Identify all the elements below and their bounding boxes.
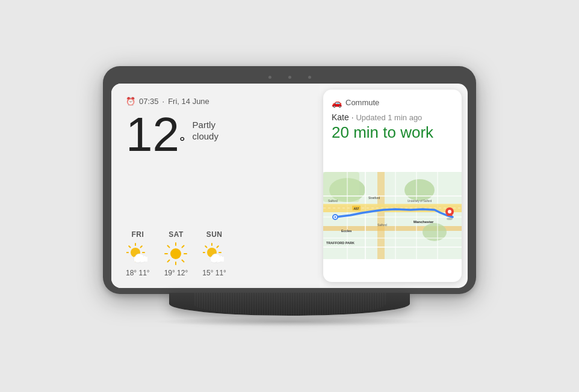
commute-header: 🚗 Commute — [332, 98, 453, 108]
sensor-bar — [111, 75, 468, 80]
svg-text:Salford: Salford — [328, 199, 338, 203]
svg-text:TRAFFORD PARK: TRAFFORD PARK — [326, 241, 355, 245]
svg-text:University of Salford: University of Salford — [407, 200, 432, 203]
temperature-display: 12° — [126, 111, 185, 159]
temp-value: 12 — [126, 108, 179, 161]
current-weather: 12° Partlycloudy — [126, 111, 305, 159]
svg-rect-37 — [323, 172, 359, 202]
forecast-sun: SUN — [202, 230, 226, 277]
weather-panel: ⏰ 07:35 · Fri, 14 June 12° Partlycloudy — [111, 84, 320, 288]
svg-line-19 — [182, 245, 184, 247]
date-separator: · — [163, 97, 165, 106]
device-stand — [169, 293, 410, 316]
forecast-sun-temps: 15° 11° — [202, 269, 226, 277]
commute-map: Salford Eccles Salford Stretford TRAFFOR… — [323, 149, 462, 282]
forecast-sat: SAT 19° 12° — [164, 230, 188, 277]
weather-description: Partlycloudy — [193, 119, 218, 142]
svg-rect-11 — [134, 257, 147, 262]
sensor-dot-2 — [288, 76, 291, 79]
forecast-fri-label: FRI — [131, 230, 144, 239]
device-screen: ⏰ 07:35 · Fri, 14 June 12° Partlycloudy — [111, 84, 468, 288]
svg-point-61 — [335, 216, 336, 218]
date-display: Fri, 14 June — [168, 97, 209, 106]
forecast-sun-icon — [203, 242, 226, 265]
commute-user-info: Kate · Updated 1 min ago — [332, 112, 453, 122]
time-display: 07:35 — [139, 97, 159, 106]
svg-point-62 — [447, 218, 453, 220]
forecast-fri-icon — [126, 242, 149, 265]
svg-point-36 — [404, 179, 435, 201]
commute-duration-display: 20 min to work — [332, 123, 453, 142]
svg-line-18 — [182, 260, 184, 262]
stand-shadow — [151, 317, 428, 326]
svg-line-25 — [205, 246, 206, 247]
commute-updated: Updated 1 min ago — [356, 113, 422, 122]
forecast-sat-temps: 19° 12° — [164, 269, 188, 277]
svg-text:Eccles: Eccles — [341, 229, 351, 233]
svg-line-26 — [217, 246, 218, 247]
svg-rect-30 — [211, 257, 224, 262]
svg-text:Salford: Salford — [377, 223, 387, 227]
svg-point-65 — [448, 210, 451, 213]
degree-symbol: ° — [179, 133, 185, 150]
forecast: FRI — [126, 230, 305, 277]
svg-line-7 — [140, 246, 141, 247]
scene: ⏰ 07:35 · Fri, 14 June 12° Partlycloudy — [103, 66, 476, 326]
commute-panel: 🚗 Commute Kate · Updated 1 min ago 20 mi… — [323, 90, 462, 282]
car-icon: 🚗 — [332, 98, 342, 108]
svg-text:Stretford: Stretford — [368, 196, 380, 200]
forecast-sat-icon — [164, 242, 187, 265]
commute-title: Commute — [345, 98, 379, 107]
sensor-dot-3 — [308, 76, 311, 79]
forecast-fri: FRI — [126, 230, 150, 277]
forecast-sat-label: SAT — [169, 230, 184, 239]
svg-point-12 — [170, 248, 181, 259]
google-home-hub: ⏰ 07:35 · Fri, 14 June 12° Partlycloudy — [103, 66, 476, 294]
map-svg: Salford Eccles Salford Stretford TRAFFOR… — [323, 149, 462, 282]
forecast-fri-temps: 18° 11° — [126, 269, 150, 277]
time-date: ⏰ 07:35 · Fri, 14 June — [126, 97, 305, 106]
commute-username: Kate — [332, 112, 349, 122]
svg-line-17 — [168, 245, 170, 247]
svg-rect-33 — [377, 172, 385, 259]
svg-line-20 — [168, 260, 170, 262]
svg-text:Manchester: Manchester — [413, 220, 434, 224]
alarm-icon: ⏰ — [126, 97, 135, 106]
sensor-dot-1 — [268, 76, 271, 79]
svg-line-5 — [129, 246, 130, 247]
commute-minutes: 20 min — [332, 123, 379, 141]
svg-text:A57: A57 — [353, 207, 359, 210]
weather-condition: Partlycloudy — [193, 119, 218, 142]
commute-destination: to work — [383, 123, 433, 141]
forecast-sun-label: SUN — [206, 230, 223, 239]
